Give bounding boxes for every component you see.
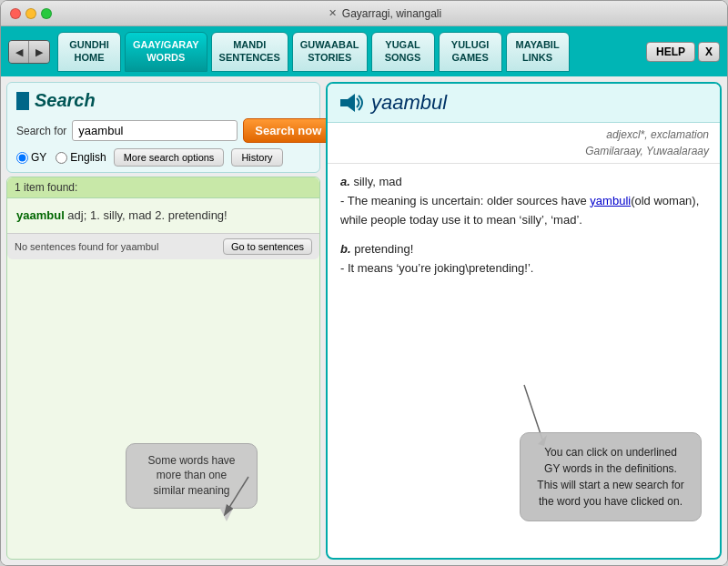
results-header: 1 item found: [7, 177, 319, 198]
results-panel: 1 item found: yaambul adj; 1. silly, mad… [6, 177, 320, 560]
definition-tooltip: You can click on underlined GY words in … [520, 432, 702, 521]
content-area: Search Search for Search now GY [1, 76, 727, 565]
no-sentences-text: No sentences found for yaambul [15, 241, 158, 252]
tab-gundhi[interactable]: GUNDHI HOME [57, 32, 121, 72]
radio-gy[interactable] [16, 152, 28, 164]
search-now-button[interactable]: Search now [243, 118, 333, 143]
def-b-body: - It means ‘you’re joking\pretending!’. [340, 261, 533, 275]
result-item: yaambul adj; 1. silly, mad 2. pretending… [16, 207, 310, 224]
yambuli-link[interactable]: yambuli [590, 194, 631, 207]
def-letter-b: b. [340, 242, 351, 256]
def-letter-a: a. [340, 175, 350, 188]
speaker-icon[interactable] [339, 92, 364, 114]
main-window: ✕ Gayarragi, winangali ◀ ▶ GUNDHI HOME G… [0, 0, 728, 566]
help-area: HELP X [646, 42, 720, 62]
title-x-icon: ✕ [329, 7, 337, 19]
tab-gaay[interactable]: GAAY/GARAY WORDS [125, 32, 207, 72]
close-traffic-light[interactable] [10, 8, 21, 19]
results-tooltip: Some words have more than one similar me… [126, 443, 258, 509]
definition-header: yaambul [328, 84, 720, 123]
definition-word: yaambul [371, 91, 447, 115]
tab-mayabil[interactable]: MAYABIL LINKS [506, 32, 570, 72]
svg-marker-1 [340, 94, 355, 112]
result-definition: adj; 1. silly, mad 2. pretending! [65, 208, 228, 222]
def-b-text: pretending! [354, 242, 413, 256]
tab-mandi[interactable]: MANDI SENTENCES [211, 32, 288, 72]
radio-gy-label[interactable]: GY [16, 151, 46, 164]
search-input[interactable] [72, 120, 238, 141]
window-title-area: ✕ Gayarragi, winangali [52, 7, 718, 20]
nav-back-button[interactable]: ◀ [9, 41, 29, 64]
nav-bar: ◀ ▶ GUNDHI HOME GAAY/GARAY WORDS MANDI S… [1, 26, 727, 76]
left-panel: Search Search for Search now GY [6, 82, 320, 560]
definition-panel: yaambul adjexcl*, exclamation Gamilaraay… [326, 82, 722, 560]
minimize-traffic-light[interactable] [25, 8, 36, 19]
nav-arrows: ◀ ▶ [8, 40, 50, 64]
tab-yugal[interactable]: YUGAL SONGS [371, 32, 435, 72]
results-body: yaambul adj; 1. silly, mad 2. pretending… [7, 198, 319, 233]
search-options-row: GY English More search options History [16, 148, 310, 167]
result-word[interactable]: yaambul [16, 208, 65, 222]
radio-english-label[interactable]: English [56, 151, 106, 164]
history-button[interactable]: History [231, 148, 282, 167]
more-options-button[interactable]: More search options [114, 148, 225, 167]
definition-subtitle: adjexcl*, exclamation Gamilaraay, Yuwaal… [328, 123, 720, 164]
help-button[interactable]: HELP [646, 42, 695, 62]
def-section-b: b. pretending! - It means ‘you’re joking… [340, 240, 707, 278]
search-row: Search for Search now [16, 118, 310, 143]
def-section-a: a. silly, mad - The meaning is uncertain… [340, 173, 707, 229]
tab-yulugi[interactable]: YULUGI GAMES [439, 32, 502, 72]
radio-english[interactable] [56, 152, 67, 164]
maximize-traffic-light[interactable] [41, 8, 52, 19]
radio-group: GY English [16, 151, 106, 164]
svg-line-2 [524, 385, 542, 440]
definition-body: a. silly, mad - The meaning is uncertain… [328, 164, 720, 298]
close-button[interactable]: X [698, 42, 720, 62]
search-title-bar-icon [16, 92, 29, 110]
traffic-lights [10, 8, 52, 19]
go-sentences-button[interactable]: Go to sentences [223, 238, 312, 255]
def-a-body: - The meaning is uncertain: older source… [340, 194, 590, 207]
right-panel: yaambul adjexcl*, exclamation Gamilaraay… [326, 82, 722, 560]
search-for-label: Search for [16, 125, 66, 137]
def-a-text: silly, mad [353, 175, 401, 188]
search-header: Search Search for Search now GY [6, 82, 320, 173]
titlebar: ✕ Gayarragi, winangali [1, 1, 727, 26]
results-footer: No sentences found for yaambul Go to sen… [7, 233, 319, 259]
search-title: Search [16, 90, 310, 111]
nav-forward-button[interactable]: ▶ [29, 41, 49, 64]
window-title: Gayarragi, winangali [342, 7, 441, 20]
tab-guwaabal[interactable]: GUWAABAL STORIES [292, 32, 368, 72]
